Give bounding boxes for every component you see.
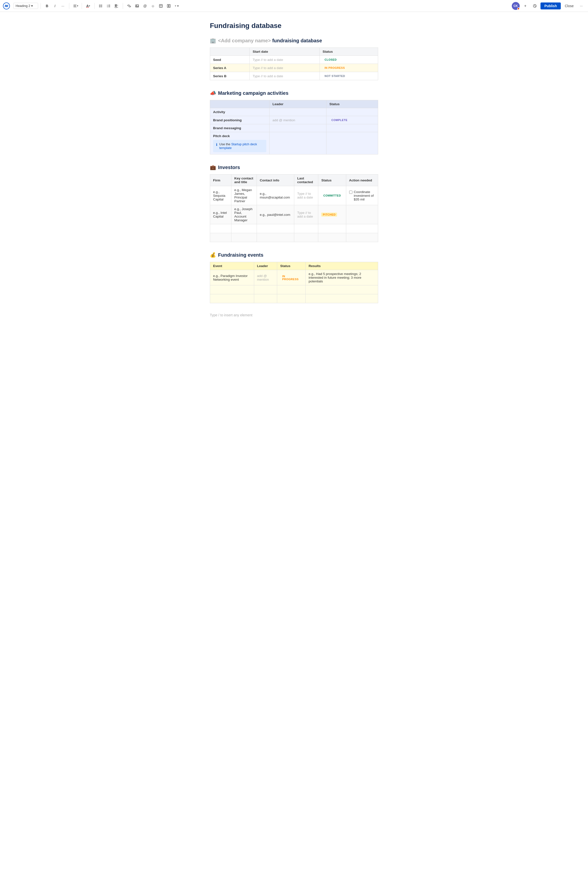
pitch-deck-leader (270, 132, 326, 154)
empty-leader-1 (254, 285, 277, 294)
empty-contact-info-1 (256, 224, 294, 233)
italic-button[interactable]: I (51, 2, 59, 10)
sequoia-last-contacted[interactable]: Type // to add a date (294, 186, 318, 205)
marketing-heading-text: Marketing campaign activities (218, 91, 288, 96)
bold-button[interactable]: B (43, 2, 51, 10)
table-row: Series A Type // to add a date IN PROGRE… (210, 64, 378, 72)
investors-col-contact: Key contact and title (231, 175, 256, 186)
series-b-date[interactable]: Type // to add a date (250, 72, 320, 80)
brand-positioning-leader[interactable]: add @ mention (270, 116, 326, 124)
section-fundraising: 🏢 <Add company name> fundraising databas… (210, 38, 378, 80)
pitch-deck-info: ℹ Use the Startup pitch deck template (213, 140, 266, 152)
empty-results-2 (305, 294, 378, 303)
activity-label: Activity (210, 108, 270, 116)
events-col-event: Event (210, 262, 254, 270)
notification-dot (517, 8, 520, 10)
align-button[interactable]: ▾ (72, 2, 79, 10)
section-heading-fundraising: 🏢 <Add company name> fundraising databas… (210, 38, 378, 44)
columns-button[interactable] (165, 2, 172, 10)
empty-last-1 (294, 224, 318, 233)
brand-messaging-leader (270, 124, 326, 132)
pitch-deck-status (326, 132, 378, 154)
table-row: Series B Type // to add a date NOT START… (210, 72, 378, 80)
intel-status: PITCHED (318, 205, 346, 224)
table-row (210, 294, 378, 303)
empty-event-1 (210, 285, 254, 294)
section-heading-events: 💰 Fundraising events (210, 252, 378, 258)
empty-action-2 (346, 233, 378, 242)
section-marketing: 📣 Marketing campaign activities Leader S… (210, 90, 378, 154)
empty-contact-2 (231, 233, 256, 242)
text-format-group: B I ··· (43, 2, 66, 10)
svg-point-8 (99, 6, 100, 7)
sequoia-status: COMMITTED (318, 186, 346, 205)
table-row: e.g., Paradigm Investor Networking event… (210, 270, 378, 285)
paradigm-leader[interactable]: add @ mention (254, 270, 277, 285)
table-row: Activity (210, 108, 378, 116)
history-button[interactable] (531, 2, 538, 10)
empty-firm-1 (210, 224, 231, 233)
table-row: Pitch deck ℹ Use the Startup pitch deck … (210, 132, 378, 154)
info-icon: ℹ (216, 143, 217, 146)
at-mention-button[interactable]: @ (141, 2, 149, 10)
section-investors: 💼 Investors Firm Key contact and title C… (210, 165, 378, 242)
emoji-button[interactable]: ☺ (149, 2, 157, 10)
table-row (210, 224, 378, 233)
bullet-list-button[interactable] (97, 2, 104, 10)
app-logo (3, 3, 10, 9)
startup-pitch-link[interactable]: Startup pitch deck template (219, 142, 257, 150)
table-button[interactable] (157, 2, 164, 10)
more-options-button[interactable]: ··· (577, 2, 585, 10)
heading-selector[interactable]: Heading 2 ▾ (14, 3, 38, 9)
series-a-date[interactable]: Type // to add a date (250, 64, 320, 72)
image-button[interactable] (133, 2, 141, 10)
add-collaborator-button[interactable]: + (522, 2, 529, 10)
numbered-list-button[interactable]: 1.2.3. (105, 2, 112, 10)
intel-last-contacted[interactable]: Type // to add a date (294, 205, 318, 224)
insert-prompt[interactable]: Type / to insert any element (210, 313, 378, 317)
paradigm-status: IN PROGRESS (277, 270, 306, 285)
empty-status-1 (318, 224, 346, 233)
investors-col-firm: Firm (210, 175, 231, 186)
marketing-col-leader: Leader (270, 100, 326, 108)
section-events: 💰 Fundraising events Event Leader Status… (210, 252, 378, 303)
sequoia-contact: e.g., Megan James, Principal Partner (231, 186, 256, 205)
toolbar-right: CK + Publish Close ··· (512, 2, 585, 10)
investors-col-last-contacted: Last contacted (294, 175, 318, 186)
brand-messaging-label: Brand messaging (210, 124, 270, 132)
svg-point-4 (99, 5, 100, 5)
empty-event-2 (210, 294, 254, 303)
series-a-status: IN PROGRESS (320, 64, 378, 72)
marketing-table: Leader Status Activity Brand positioning… (210, 100, 378, 154)
events-heading-text: Fundraising events (218, 252, 263, 258)
events-icon: 💰 (210, 252, 216, 258)
empty-leader-2 (254, 294, 277, 303)
investors-table: Firm Key contact and title Contact info … (210, 174, 378, 242)
empty-action-1 (346, 224, 378, 233)
empty-contact-info-2 (256, 233, 294, 242)
more-insert-button[interactable]: + ▾ (173, 2, 180, 10)
user-avatar[interactable]: CK (512, 2, 520, 10)
page-title: Fundraising database (210, 22, 378, 30)
seed-date[interactable]: Type // to add a date (250, 56, 320, 64)
link-button[interactable] (125, 2, 133, 10)
empty-results-1 (305, 285, 378, 294)
sequoia-action: Coordinate investment of $35 mil (346, 186, 378, 205)
seed-status: CLOSED (320, 56, 378, 64)
sequoia-checkbox[interactable] (349, 190, 353, 194)
chevron-down-icon: ▾ (31, 4, 33, 8)
seed-label: Seed (210, 56, 250, 64)
brand-messaging-status (326, 124, 378, 132)
text-color-button[interactable]: A ▾ (84, 2, 92, 10)
section-heading-marketing: 📣 Marketing campaign activities (210, 90, 378, 96)
marketing-col-status: Status (326, 100, 378, 108)
investors-heading-text: Investors (218, 165, 240, 170)
divider-1 (41, 3, 41, 9)
paradigm-event: e.g., Paradigm Investor Networking event (210, 270, 254, 285)
more-format-button[interactable]: ··· (59, 2, 66, 10)
fundraising-col-status: Status (320, 48, 378, 56)
close-button[interactable]: Close (563, 3, 576, 9)
publish-button[interactable]: Publish (540, 3, 561, 9)
table-row: Brand positioning add @ mention COMPLETE (210, 116, 378, 124)
task-list-button[interactable] (113, 2, 120, 10)
